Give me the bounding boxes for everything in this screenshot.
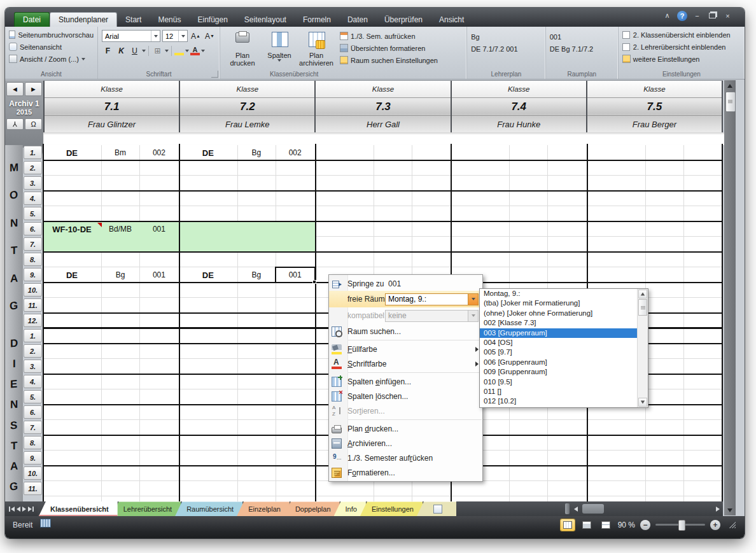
row-button-dienstag-5[interactable]: 5. bbox=[24, 390, 42, 403]
ribbon-tab-formeln[interactable]: Formeln bbox=[295, 13, 339, 27]
dropdown-scroll-thumb[interactable] bbox=[638, 299, 647, 316]
row-button-dienstag-1[interactable]: 1. bbox=[24, 329, 42, 342]
room-option-3[interactable]: 002 [Klasse 7.3] bbox=[480, 318, 641, 328]
class-header-7.2[interactable]: Klasse7.2Frau Lemke bbox=[180, 81, 316, 133]
lesson-room[interactable]: 002 bbox=[276, 145, 315, 160]
lesson-subject[interactable]: DE bbox=[179, 145, 237, 160]
vertical-scroll-thumb[interactable] bbox=[725, 92, 736, 112]
menu-item-spalten-einf-gen---[interactable]: Spalten einfügen... bbox=[329, 374, 482, 389]
shrink-font-button[interactable]: A▼ bbox=[204, 30, 216, 42]
row-button-montag-2[interactable]: 2. bbox=[24, 161, 42, 174]
checkbox-icon[interactable] bbox=[622, 31, 630, 39]
ribbon-tab-ansicht[interactable]: Ansicht bbox=[431, 13, 472, 27]
plan-archivieren-button[interactable]: Plan archivieren bbox=[298, 29, 335, 71]
lesson-teacher[interactable]: Bg bbox=[101, 267, 139, 283]
zoom-slider-thumb[interactable] bbox=[678, 520, 685, 531]
tab-scrollbar-splitter[interactable] bbox=[565, 503, 570, 514]
menu-item-archivieren---[interactable]: Archivieren... bbox=[329, 436, 482, 451]
menu-item-sortieren---[interactable]: Sortieren... bbox=[329, 403, 482, 418]
font-color-dropdown-icon[interactable] bbox=[201, 50, 205, 52]
semester-aufruecken-button[interactable]: 1./3. Sem. aufrücken bbox=[340, 30, 438, 42]
combo-value-box[interactable]: keine bbox=[385, 310, 479, 322]
dropdown-scroll-down-icon[interactable] bbox=[638, 398, 647, 407]
room-option-1[interactable]: (tba) [Joker mit Formatierung] bbox=[480, 298, 641, 308]
archive-prev-button[interactable]: ◄ bbox=[6, 82, 24, 96]
insert-sheet-tab[interactable] bbox=[417, 501, 456, 516]
font-color-button[interactable]: A bbox=[190, 46, 200, 55]
row-button-montag-8[interactable]: 8. bbox=[24, 253, 42, 266]
restore-icon[interactable] bbox=[707, 10, 718, 21]
menu-item-spalten-l-schen---[interactable]: Spalten löschen... bbox=[329, 389, 482, 403]
row-button-montag-12[interactable]: 12. bbox=[24, 314, 42, 327]
row-button-montag-11[interactable]: 11. bbox=[24, 298, 42, 312]
help-icon[interactable]: ? bbox=[677, 11, 687, 21]
checkbox-icon[interactable] bbox=[622, 43, 630, 51]
sheet-last-button[interactable] bbox=[28, 507, 34, 512]
row-button-dienstag-10[interactable]: 10. bbox=[24, 466, 42, 480]
row-button-montag-3[interactable]: 3. bbox=[24, 176, 42, 190]
room-option-11[interactable]: 012 [10.2] bbox=[480, 396, 641, 406]
row-button-montag-9[interactable]: 9. bbox=[24, 268, 42, 281]
row-button-dienstag-2[interactable]: 2. bbox=[24, 344, 42, 358]
grow-font-button[interactable]: A▲ bbox=[190, 30, 202, 42]
row-button-montag-10[interactable]: 10. bbox=[24, 283, 42, 297]
uebersichten-formatieren-button[interactable]: Übersichten formatieren bbox=[340, 42, 438, 54]
weitere-einstellungen-button[interactable]: weitere Einstellungen bbox=[622, 53, 741, 65]
sheet-tab-doppelplan[interactable]: Doppelplan bbox=[284, 501, 340, 516]
sheet-first-button[interactable] bbox=[9, 507, 15, 512]
lesson-subject[interactable]: WF-10-DE bbox=[43, 221, 101, 237]
selected-cell[interactable] bbox=[275, 267, 316, 283]
class-header-7.5[interactable]: Klasse7.5Frau Berger bbox=[587, 81, 723, 133]
lesson-subject[interactable]: DE bbox=[43, 267, 101, 283]
scroll-up-icon[interactable] bbox=[725, 81, 734, 90]
zoom-slider[interactable] bbox=[655, 524, 705, 526]
class-header-7.4[interactable]: Klasse7.4Frau Hunke bbox=[452, 81, 587, 133]
row-button-dienstag-11[interactable]: 11. bbox=[24, 482, 42, 495]
dropdown-scroll-up-icon[interactable] bbox=[638, 290, 647, 298]
room-option-10[interactable]: 011 [] bbox=[480, 387, 641, 396]
sheet-tab-einzelplan[interactable]: Einzelplan bbox=[237, 501, 290, 516]
ansicht-zoom-button[interactable]: Ansicht / Zoom (...) bbox=[9, 53, 94, 65]
view-normal-button[interactable] bbox=[561, 519, 575, 531]
combo-dropdown-icon[interactable] bbox=[468, 311, 478, 321]
ribbon-tab-stundenplaner[interactable]: Stundenplaner bbox=[50, 12, 117, 27]
row-button-dienstag-3[interactable]: 3. bbox=[24, 360, 42, 373]
lesson-teacher[interactable]: Bg bbox=[237, 267, 276, 283]
row-button-dienstag-4[interactable]: 4. bbox=[24, 375, 42, 388]
row-button-dienstag-8[interactable]: 8. bbox=[24, 436, 42, 449]
minimize-icon[interactable]: − bbox=[692, 10, 703, 21]
row-button-dienstag-6[interactable]: 6. bbox=[24, 405, 42, 419]
zoom-out-button[interactable]: − bbox=[640, 520, 650, 530]
plan-drucken-button[interactable]: Plan drucken bbox=[224, 29, 261, 71]
ribbon-collapse-icon[interactable]: ∧ bbox=[662, 10, 673, 21]
sheet-tab-lehrerübersicht[interactable]: Lehrerübersicht bbox=[112, 501, 181, 516]
ribbon-tab-einfügen[interactable]: Einfügen bbox=[189, 13, 235, 27]
row-button-dienstag-7[interactable]: 7. bbox=[24, 421, 42, 434]
underline-dropdown-icon[interactable] bbox=[142, 50, 146, 52]
menu-item-f-llfarbe[interactable]: Füllfarbe bbox=[329, 342, 482, 356]
borders-button[interactable]: ⊞ bbox=[151, 45, 164, 57]
raum-suchen-einstellungen-button[interactable]: Raum suchen Einstellungen bbox=[340, 54, 438, 66]
vertical-scrollbar[interactable] bbox=[724, 80, 736, 515]
underline-button[interactable]: U bbox=[129, 45, 141, 57]
font-name-combo[interactable]: Arial bbox=[102, 30, 160, 42]
lesson-teacher[interactable]: Bg bbox=[237, 145, 276, 160]
lesson-teacher[interactable]: Bm bbox=[101, 145, 139, 160]
room-option-2[interactable]: (ohne) [Joker ohne Formatierung] bbox=[480, 309, 641, 318]
close-icon[interactable]: × bbox=[722, 10, 733, 21]
lesson-teacher[interactable]: Bd/MB bbox=[101, 221, 139, 237]
sheet-tab-klassenübersicht[interactable]: Klassenübersicht bbox=[39, 501, 118, 516]
menu-item-schriftfarbe[interactable]: Schriftfarbe bbox=[329, 356, 482, 371]
lesson-subject[interactable]: DE bbox=[43, 145, 101, 160]
macro-record-icon[interactable] bbox=[40, 519, 51, 528]
italic-button[interactable]: K bbox=[115, 45, 127, 57]
room-option-9[interactable]: 010 [9.5] bbox=[480, 377, 641, 387]
archive-next-button[interactable]: ► bbox=[25, 82, 42, 96]
row-button-dienstag-9[interactable]: 9. bbox=[24, 451, 42, 465]
fill-color-dropdown-icon[interactable] bbox=[185, 50, 189, 52]
zweite-lehreruebersicht-checkbox-row[interactable]: 2. Lehrerübersicht einblenden bbox=[622, 41, 741, 53]
fill-color-button[interactable] bbox=[174, 46, 184, 55]
schriftart-dialog-launcher[interactable] bbox=[211, 71, 218, 78]
scroll-down-icon[interactable] bbox=[725, 506, 734, 514]
seitenansicht-button[interactable]: Seitenansicht bbox=[9, 41, 94, 53]
